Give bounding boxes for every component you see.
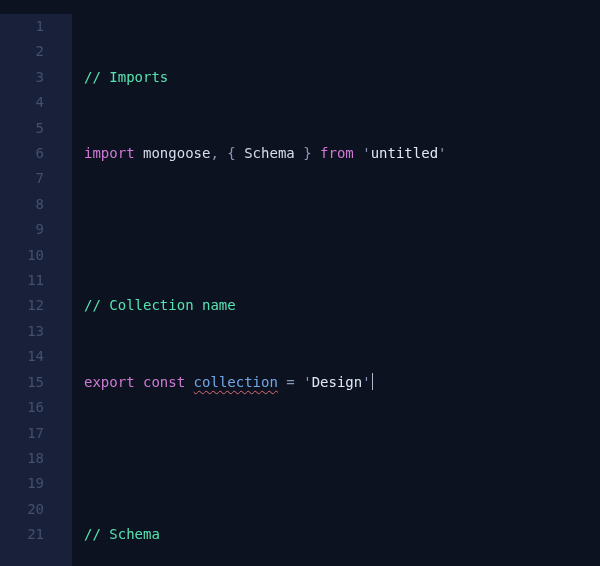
quote: ' [303,374,311,390]
line-number: 16 [0,395,44,420]
code-line: export const collection = 'Design' [84,370,600,395]
line-number: 5 [0,116,44,141]
identifier: mongoose [143,145,210,161]
keyword-export: export [84,374,135,390]
line-number: 6 [0,141,44,166]
line-number: 20 [0,497,44,522]
keyword-from: from [320,145,354,161]
string: untitled [371,145,438,161]
identifier: Schema [244,145,295,161]
line-number: 14 [0,344,44,369]
punct: = [278,374,303,390]
line-number: 15 [0,370,44,395]
line-number: 21 [0,522,44,547]
code-line: import mongoose, { Schema } from 'untitl… [84,141,600,166]
line-number: 1 [0,14,44,39]
code-area[interactable]: // Imports import mongoose, { Schema } f… [72,14,600,566]
line-number: 8 [0,192,44,217]
code-line [84,217,600,242]
code-line: // Collection name [84,293,600,318]
punct: } [295,145,320,161]
line-number: 12 [0,293,44,318]
line-number: 7 [0,166,44,191]
quote: ' [438,145,446,161]
line-number: 17 [0,421,44,446]
identifier-lint-warning: collection [194,374,278,390]
line-number: 19 [0,471,44,496]
line-number: 9 [0,217,44,242]
code-editor[interactable]: 123456789101112131415161718192021 // Imp… [0,0,600,566]
line-number: 3 [0,65,44,90]
keyword-const: const [143,374,185,390]
comment: // Schema [84,526,160,542]
comment: // Imports [84,69,168,85]
quote: ' [362,374,370,390]
code-line: // Imports [84,65,600,90]
string: Design [312,374,363,390]
text-cursor [372,373,374,390]
code-line: // Schema [84,522,600,547]
keyword-import: import [84,145,135,161]
line-number: 10 [0,243,44,268]
line-number-gutter: 123456789101112131415161718192021 [0,14,72,566]
code-line [84,446,600,471]
line-number: 4 [0,90,44,115]
line-number: 11 [0,268,44,293]
comment: // Collection name [84,297,236,313]
line-number: 2 [0,39,44,64]
line-number: 18 [0,446,44,471]
quote: ' [362,145,370,161]
line-number: 13 [0,319,44,344]
punct: , { [210,145,244,161]
